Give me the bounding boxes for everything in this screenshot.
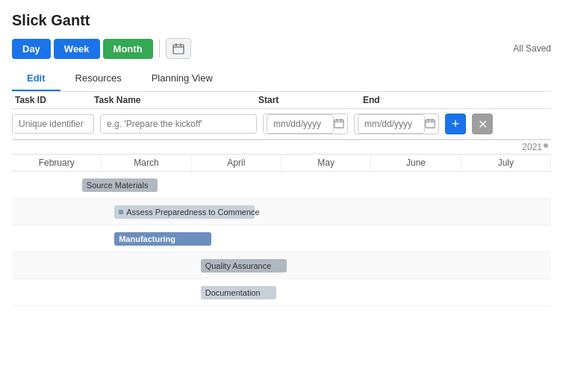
month-button[interactable]: Month	[103, 39, 153, 59]
toolbar: Day Week Month All Saved	[12, 38, 551, 59]
saved-status: All Saved	[513, 43, 551, 54]
tab-resources[interactable]: Resources	[60, 66, 137, 91]
gantt-month-mar: March	[102, 155, 191, 171]
start-date-wrap	[263, 113, 348, 134]
gantt-row-3: Manufacturing	[12, 225, 551, 252]
task-name-input[interactable]	[100, 114, 257, 134]
assess-icon	[119, 210, 123, 214]
clear-task-button[interactable]: ✕	[472, 113, 493, 134]
gantt-rows: Source Materials Assess Preparedness to …	[12, 172, 551, 306]
add-task-button[interactable]: +	[445, 113, 466, 134]
gantt-bar-documentation[interactable]: Documentation	[201, 286, 276, 299]
week-button[interactable]: Week	[54, 39, 100, 59]
day-button[interactable]: Day	[12, 39, 51, 59]
gantt-bar-area-2: Assess Preparedness to Commence	[12, 199, 551, 225]
calendar-icon	[172, 43, 184, 55]
scroll-indicator	[544, 143, 548, 148]
gantt-bar-area-1: Source Materials	[12, 172, 551, 198]
gantt-months-row: February March April May June July	[12, 155, 551, 172]
gantt-month-apr: April	[192, 155, 282, 171]
task-id-input[interactable]	[12, 114, 94, 134]
svg-rect-4	[335, 119, 343, 128]
tab-planning-view[interactable]: Planning View	[137, 66, 228, 91]
gantt-month-jun: June	[371, 155, 461, 171]
gantt-bar-assess[interactable]: Assess Preparedness to Commence	[114, 205, 255, 219]
gantt-row-5: Documentation	[12, 279, 551, 306]
col-header-task-id: Task ID	[12, 95, 94, 105]
gantt-area: 2021 February March April May June July …	[12, 140, 551, 306]
gantt-row-4: Quality Assurance	[12, 252, 551, 279]
gantt-bar-area-3: Manufacturing	[12, 225, 551, 252]
gantt-bar-area-5: Documentation	[12, 279, 551, 305]
col-header-start: Start	[258, 95, 363, 105]
gantt-bar-area-4: Quality Assurance	[12, 252, 551, 279]
svg-rect-8	[426, 119, 435, 128]
end-date-wrap	[354, 113, 439, 134]
gantt-year: 2021	[12, 140, 551, 155]
start-calendar-icon[interactable]	[334, 118, 344, 131]
start-date-input[interactable]	[267, 114, 334, 134]
gantt-bar-source-materials[interactable]: Source Materials	[82, 178, 158, 192]
col-header-task-name: Task Name	[94, 95, 258, 105]
gantt-month-jul: July	[461, 155, 551, 171]
calendar-icon-button[interactable]	[166, 38, 191, 59]
task-input-row: + ✕	[12, 109, 551, 140]
gantt-bar-qa[interactable]: Quality Assurance	[201, 259, 287, 273]
gantt-month-feb: February	[12, 155, 102, 171]
end-date-input[interactable]	[358, 114, 425, 134]
svg-rect-0	[173, 45, 184, 54]
gantt-bar-manufacturing[interactable]: Manufacturing	[114, 232, 211, 246]
col-header-end: End	[363, 95, 467, 105]
gantt-row-2: Assess Preparedness to Commence	[12, 199, 551, 225]
gantt-row-1: Source Materials	[12, 172, 551, 199]
end-calendar-icon[interactable]	[425, 118, 435, 131]
tab-edit[interactable]: Edit	[12, 66, 60, 91]
app-container: Slick Gantt Day Week Month All Saved Edi…	[0, 0, 563, 392]
tabs-bar: Edit Resources Planning View	[12, 66, 551, 92]
app-title: Slick Gantt	[12, 12, 551, 29]
gantt-month-may: May	[282, 155, 371, 171]
toolbar-divider	[159, 40, 160, 57]
table-header-row: Task ID Task Name Start End	[12, 92, 551, 109]
